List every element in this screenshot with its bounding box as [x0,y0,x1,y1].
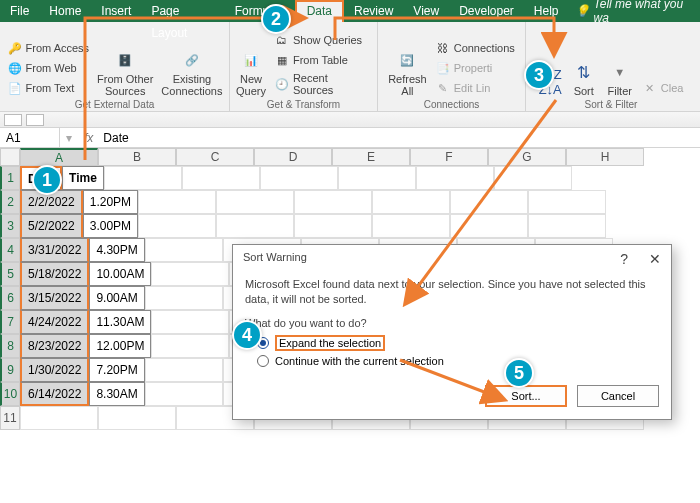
cell[interactable] [216,214,294,238]
formula-value[interactable]: Date [99,131,700,145]
row-header[interactable]: 3 [0,214,20,238]
from-table-button[interactable]: ▦From Table [274,51,371,69]
option-expand-selection[interactable]: Expand the selection [257,333,647,353]
cell[interactable]: 4.30PM [89,238,144,262]
tab-data[interactable]: Data [295,0,344,22]
show-queries-button[interactable]: 🗂Show Queries [274,31,371,49]
tab-page-layout[interactable]: Page Layout [141,0,224,22]
dialog-close-button[interactable]: ✕ [649,251,661,267]
cell[interactable] [528,190,606,214]
fx-icon[interactable]: fx [78,131,99,145]
filter-button[interactable]: ▼Filter [606,60,634,97]
cell[interactable] [104,166,182,190]
row-header[interactable]: 4 [0,238,20,262]
refresh-all-button[interactable]: 🔄Refresh All [388,48,427,97]
tell-me[interactable]: 💡 Tell me what you wa [569,0,700,25]
name-box[interactable] [0,128,60,148]
cell[interactable]: 1.20PM [83,190,138,214]
cell[interactable]: 5/2/2022 [20,214,83,238]
row-header[interactable]: 7 [0,310,20,334]
dialog-sort-button[interactable]: Sort... [485,385,567,407]
qat-item[interactable] [26,114,44,126]
row-header[interactable]: 1 [0,166,20,190]
cell[interactable] [416,166,494,190]
cell[interactable]: 12.00PM [89,334,151,358]
row-header[interactable]: 2 [0,190,20,214]
tab-file[interactable]: File [0,0,39,22]
tab-developer[interactable]: Developer [449,0,524,22]
recent-sources-button[interactable]: 🕘Recent Sources [274,71,371,97]
cell[interactable] [145,358,223,382]
edit-links-button[interactable]: ✎Edit Lin [435,79,515,97]
cell[interactable] [20,406,98,430]
tab-view[interactable]: View [403,0,449,22]
cell[interactable] [98,406,176,430]
cell[interactable] [216,190,294,214]
cell[interactable]: 3/15/2022 [20,286,89,310]
cell[interactable]: 8/23/2022 [20,334,89,358]
clear-filter-button[interactable]: ✕Clea [642,79,684,97]
option-continue-selection[interactable]: Continue with the current selection [257,353,647,369]
row-header[interactable]: 5 [0,262,20,286]
cell[interactable] [145,238,223,262]
cell[interactable] [260,166,338,190]
cell[interactable] [494,166,572,190]
cell[interactable]: 9.00AM [89,286,144,310]
cell[interactable]: 11.30AM [89,310,151,334]
dialog-cancel-button[interactable]: Cancel [577,385,659,407]
from-web-button[interactable]: 🌐From Web [7,59,90,77]
cell[interactable]: 1/30/2022 [20,358,89,382]
connections-button[interactable]: ⛓Connections [435,39,515,57]
cell[interactable]: 3/31/2022 [20,238,89,262]
cell[interactable] [138,190,216,214]
cell[interactable] [528,214,606,238]
cell[interactable]: Time [62,166,104,190]
tab-home[interactable]: Home [39,0,91,22]
cell[interactable]: 3.00PM [83,214,138,238]
col-header-b[interactable]: B [98,148,176,166]
cell[interactable]: 4/24/2022 [20,310,89,334]
cell[interactable]: 10.00AM [89,262,151,286]
row-header[interactable]: 11 [0,406,20,430]
cell[interactable] [182,166,260,190]
cell[interactable] [294,214,372,238]
col-header-a[interactable]: A [20,148,98,166]
cell[interactable]: 5/18/2022 [20,262,89,286]
cell[interactable] [138,214,216,238]
cell[interactable] [151,334,229,358]
cell[interactable] [145,382,223,406]
col-header-d[interactable]: D [254,148,332,166]
cell[interactable] [338,166,416,190]
select-all-corner[interactable] [0,148,20,166]
col-header-g[interactable]: G [488,148,566,166]
cell[interactable] [372,214,450,238]
from-other-sources-button[interactable]: 🗄️From Other Sources [97,48,153,97]
name-box-input[interactable] [4,130,55,146]
properties-button[interactable]: 📑Properti [435,59,515,77]
qat-item[interactable] [4,114,22,126]
new-query-button[interactable]: 📊New Query [236,48,266,97]
col-header-e[interactable]: E [332,148,410,166]
from-text-button[interactable]: 📄From Text [7,79,90,97]
cell[interactable] [372,190,450,214]
cell[interactable]: 7.20PM [89,358,144,382]
cell[interactable] [151,262,229,286]
col-header-h[interactable]: H [566,148,644,166]
cell[interactable]: 8.30AM [89,382,144,406]
cell[interactable] [450,190,528,214]
dialog-help-button[interactable]: ? [620,251,628,267]
existing-connections-button[interactable]: 🔗Existing Connections [161,48,222,97]
row-header[interactable]: 8 [0,334,20,358]
cell[interactable] [450,214,528,238]
row-header[interactable]: 10 [0,382,20,406]
sort-button[interactable]: ⇅Sort [570,60,598,97]
from-access-button[interactable]: 🔑From Access [7,39,90,57]
col-header-f[interactable]: F [410,148,488,166]
col-header-c[interactable]: C [176,148,254,166]
row-header[interactable]: 9 [0,358,20,382]
tab-review[interactable]: Review [344,0,403,22]
cell[interactable] [151,310,229,334]
fn-btn[interactable]: ▾ [60,131,78,145]
row-header[interactable]: 6 [0,286,20,310]
cell[interactable] [145,286,223,310]
